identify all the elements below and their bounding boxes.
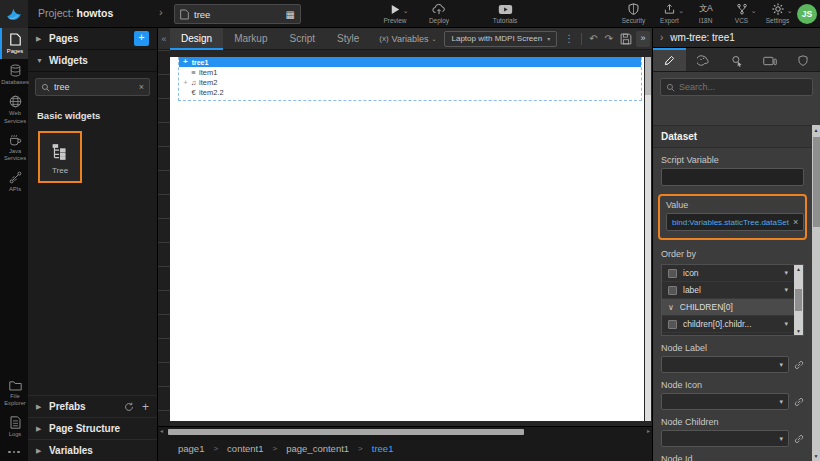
tab-styles[interactable] — [686, 48, 719, 71]
breadcrumb-content1[interactable]: content1 — [227, 443, 263, 454]
node-label-select[interactable]: ▾ — [661, 356, 789, 373]
page-selector[interactable]: tree ▦ — [174, 4, 301, 24]
move-icon[interactable]: + — [183, 58, 188, 66]
collapse-right-panel-button[interactable]: » — [636, 31, 650, 47]
canvas-vertical-scrollbar[interactable] — [645, 57, 651, 421]
redo-icon[interactable]: ↷ — [605, 33, 613, 44]
order-group-children[interactable]: ∨ CHILDREN[0] — [662, 299, 794, 316]
add-page-button[interactable]: + — [134, 31, 149, 46]
chevron-down-icon[interactable]: ▾ — [784, 286, 788, 294]
expand-plus-icon[interactable]: + — [182, 79, 189, 86]
prefabs-section-header[interactable]: ▶ Prefabs + — [28, 395, 157, 417]
tab-devices[interactable] — [753, 48, 786, 71]
design-canvas[interactable]: + tree1 ≡ item1 + ♫ item2 € item2.2 — [170, 57, 644, 421]
i18n-button[interactable]: 文A I18N — [689, 3, 722, 24]
scroll-down-icon[interactable]: ▼ — [812, 453, 820, 459]
refresh-icon[interactable] — [124, 402, 134, 412]
bind-link-icon[interactable] — [794, 397, 804, 407]
rail-item-pages[interactable]: Pages — [0, 28, 28, 59]
rail-item-databases[interactable]: Databases — [0, 59, 28, 90]
tree-widget-selection-header[interactable]: + tree1 — [179, 57, 641, 67]
scroll-up-icon[interactable]: ▲ — [796, 266, 801, 272]
group-expand-icon[interactable]: ∨ — [668, 303, 674, 312]
add-prefab-icon[interactable]: + — [142, 400, 149, 414]
script-variable-input[interactable] — [661, 168, 804, 186]
breadcrumb-page1[interactable]: page1 — [178, 443, 204, 454]
node-children-select[interactable]: ▾ — [661, 430, 789, 447]
scroll-up-icon[interactable]: ▲ — [812, 127, 820, 133]
widgets-section-header[interactable]: ▼ Widgets — [28, 50, 157, 72]
preview-button[interactable]: ⌄ Preview — [378, 3, 412, 24]
dataset-section-header[interactable]: Dataset — [653, 125, 812, 148]
settings-chevron-icon[interactable]: ⌄ — [787, 7, 793, 15]
rail-item-java-services[interactable]: Java Services — [0, 129, 28, 166]
scrollbar-thumb[interactable] — [795, 289, 802, 311]
checkbox[interactable] — [668, 320, 677, 329]
chevron-down-icon[interactable]: ▾ — [784, 320, 788, 328]
tutorials-button[interactable]: Tutorials — [488, 3, 522, 24]
expand-panel-icon[interactable]: › — [660, 32, 663, 43]
rail-item-logs[interactable]: Logs — [0, 411, 28, 442]
order-row-children-child[interactable]: children[0].childr... ▾ — [662, 316, 794, 333]
rail-item-web-services[interactable]: Web Services — [0, 90, 28, 128]
security-button[interactable]: Security — [617, 3, 650, 24]
scroll-left-icon[interactable]: ◂ — [160, 427, 163, 436]
deploy-button[interactable]: Deploy — [422, 3, 456, 24]
chevron-down-icon[interactable]: ▾ — [784, 269, 788, 277]
more-icon[interactable] — [0, 443, 28, 461]
clear-value-icon[interactable]: × — [793, 217, 798, 227]
vcs-chevron-icon[interactable]: ⌄ — [751, 7, 757, 15]
page-structure-section-header[interactable]: ▶ Page Structure — [28, 417, 157, 439]
scrollbar-thumb[interactable] — [168, 429, 524, 435]
tree-widget-tile[interactable]: Tree — [38, 131, 82, 183]
bind-link-icon[interactable] — [794, 360, 804, 370]
property-search[interactable] — [660, 78, 813, 96]
export-button[interactable]: ⌄ Export — [653, 3, 686, 24]
settings-button[interactable]: ⌄ Settings — [761, 3, 794, 24]
tree-widget-on-canvas[interactable]: + tree1 ≡ item1 + ♫ item2 € item2.2 — [178, 57, 642, 101]
tab-properties[interactable] — [653, 48, 686, 71]
breadcrumb-page-content1[interactable]: page_content1 — [286, 443, 349, 454]
vcs-button[interactable]: ⌄ VCS — [725, 3, 758, 24]
order-row-icon[interactable]: icon ▾ — [662, 265, 794, 282]
preview-chevron-icon[interactable]: ⌄ — [403, 7, 409, 15]
scrollbar-thumb[interactable] — [813, 137, 820, 227]
export-chevron-icon[interactable]: ⌄ — [678, 7, 684, 15]
listbox-scrollbar[interactable]: ▲ ▼ — [794, 265, 803, 335]
order-row-label[interactable]: label ▾ — [662, 282, 794, 299]
checkbox[interactable] — [668, 286, 677, 295]
variables-dropdown[interactable]: (x) Variables ⌄ — [379, 34, 436, 44]
bind-link-icon[interactable] — [794, 434, 804, 444]
collapse-left-panel-button[interactable]: « — [158, 34, 170, 44]
rail-item-apis[interactable]: APIs — [0, 166, 28, 197]
widget-search[interactable]: × — [35, 78, 150, 96]
tree-node-item2-2[interactable]: € item2.2 — [179, 87, 641, 97]
variables-section-header[interactable]: ▶ Variables — [28, 439, 157, 461]
tree-node-item1[interactable]: ≡ item1 — [179, 67, 641, 77]
breadcrumb-tree1[interactable]: tree1 — [372, 443, 394, 454]
tree-node-item2[interactable]: + ♫ item2 — [179, 77, 641, 87]
undo-icon[interactable]: ↶ — [589, 33, 597, 44]
scrollbar-thumb[interactable] — [645, 57, 651, 95]
user-avatar[interactable]: JS — [797, 4, 817, 24]
property-search-input[interactable] — [679, 82, 807, 92]
tab-style[interactable]: Style — [326, 28, 370, 50]
value-input[interactable]: bind:Variables.staticTree.dataSet × — [666, 213, 804, 231]
panel-scrollbar[interactable]: ▲ ▼ — [812, 125, 820, 461]
pages-section-header[interactable]: ▶ Pages + — [28, 28, 157, 50]
wavemaker-logo[interactable] — [0, 0, 28, 28]
widget-search-input[interactable] — [54, 82, 135, 92]
tab-events[interactable] — [720, 48, 753, 71]
scroll-down-icon[interactable]: ▼ — [796, 328, 801, 334]
canvas-horizontal-scrollbar[interactable]: ◂ ▸ — [158, 426, 652, 435]
tab-script[interactable]: Script — [279, 28, 327, 50]
scroll-right-icon[interactable]: ▸ — [647, 427, 650, 436]
tab-markup[interactable]: Markup — [223, 28, 278, 50]
rail-item-file-explorer[interactable]: File Explorer — [0, 375, 28, 411]
save-icon[interactable] — [620, 33, 632, 45]
tab-design[interactable]: Design — [170, 28, 223, 50]
more-options-icon[interactable]: ⋮ — [564, 33, 574, 44]
tab-security[interactable] — [787, 48, 820, 71]
node-icon-select[interactable]: ▾ — [661, 393, 789, 410]
clear-search-icon[interactable]: × — [139, 82, 144, 92]
